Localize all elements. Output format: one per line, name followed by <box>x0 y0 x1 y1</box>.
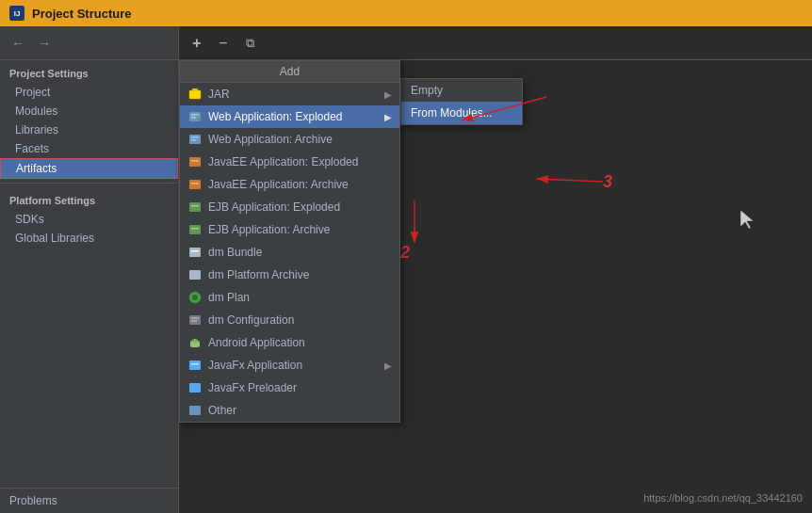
sidebar: ← → Project Settings Project Modules Lib… <box>0 26 179 513</box>
add-button[interactable]: + <box>187 33 207 54</box>
web-exploded-arrow: ▶ <box>384 112 392 122</box>
title-bar: IJ Project Structure <box>0 0 812 26</box>
sidebar-item-global-libraries[interactable]: Global Libraries <box>0 229 178 248</box>
sidebar-divider <box>0 183 178 184</box>
menu-item-jee-exploded-label: JavaEE Application: Exploded <box>208 155 358 168</box>
svg-rect-11 <box>189 157 201 167</box>
svg-rect-15 <box>189 202 201 212</box>
svg-rect-32 <box>191 363 199 365</box>
svg-rect-31 <box>189 361 201 370</box>
svg-rect-7 <box>198 118 201 120</box>
menu-item-web-archive-label: Web Application: Archive <box>208 133 333 146</box>
mouse-cursor <box>740 210 755 233</box>
svg-rect-10 <box>191 139 196 141</box>
sidebar-item-modules[interactable]: Modules <box>0 102 178 120</box>
app-icon: IJ <box>9 6 24 21</box>
svg-rect-12 <box>191 160 199 162</box>
sidebar-item-artifacts[interactable]: Artifacts <box>0 158 178 179</box>
svg-rect-18 <box>191 228 199 230</box>
annotation-3: 3 <box>603 172 612 192</box>
add-dropdown-menu: Add JAR ▶ Web Application: Exploded ▶ <box>179 60 400 423</box>
svg-marker-39 <box>740 210 754 229</box>
menu-item-javafx-preloader-label: JavaFx Preloader <box>208 381 297 394</box>
menu-item-javafx-preloader[interactable]: JavaFx Preloader <box>180 377 399 399</box>
sidebar-toolbar: ← → <box>0 26 178 60</box>
menu-item-ejb-archive-label: EJB Application: Archive <box>208 223 330 236</box>
menu-item-ejb-exploded[interactable]: EJB Application: Exploded <box>180 196 399 218</box>
menu-item-javafx[interactable]: JavaFx Application ▶ <box>180 354 399 377</box>
menu-item-jee-exploded[interactable]: JavaEE Application: Exploded <box>180 151 399 173</box>
android-icon <box>187 335 203 350</box>
menu-item-dm-bundle[interactable]: dm Bundle <box>180 241 399 264</box>
content-toolbar: + − ⧉ <box>179 26 812 60</box>
svg-rect-6 <box>191 117 196 119</box>
svg-rect-19 <box>189 248 201 257</box>
annotation-2: 2 <box>400 243 410 263</box>
project-settings-label: Project Settings <box>0 60 178 83</box>
svg-rect-14 <box>191 183 199 184</box>
menu-item-web-exploded[interactable]: Web Application: Exploded ▶ <box>180 105 399 128</box>
submenu-item-empty[interactable]: Empty <box>401 79 522 102</box>
menu-item-ejb-archive[interactable]: EJB Application: Archive <box>180 218 399 241</box>
jar-arrow: ▶ <box>384 89 392 100</box>
svg-rect-9 <box>191 136 199 138</box>
menu-item-web-exploded-label: Web Application: Exploded <box>208 110 343 123</box>
menu-item-jee-archive[interactable]: JavaEE Application: Archive <box>180 173 399 196</box>
content-area: + − ⧉ Add JAR ▶ Web Application: Explode… <box>179 26 812 513</box>
menu-item-dm-bundle-label: dm Bundle <box>208 246 262 259</box>
dm-plan-icon <box>187 290 203 305</box>
forward-button[interactable]: → <box>34 34 55 53</box>
menu-item-dm-platform-label: dm Platform Archive <box>208 268 309 281</box>
back-button[interactable]: ← <box>8 34 28 53</box>
url-text: https://blog.csdn.net/qq_33442160 <box>643 492 803 504</box>
platform-settings-label: Platform Settings <box>0 187 178 210</box>
menu-item-dm-plan-label: dm Plan <box>208 291 250 304</box>
svg-rect-13 <box>189 180 201 189</box>
svg-rect-2 <box>189 90 201 99</box>
javafx-preloader-icon <box>187 380 203 395</box>
sidebar-item-sdks[interactable]: SDKs <box>0 210 178 229</box>
menu-item-jar[interactable]: JAR ▶ <box>180 83 399 105</box>
svg-rect-16 <box>191 205 199 207</box>
window-title: Project Structure <box>32 7 131 21</box>
menu-title: Add <box>180 61 399 83</box>
svg-line-38 <box>537 179 603 182</box>
remove-button[interactable]: − <box>213 33 234 54</box>
menu-item-android-label: Android Application <box>208 336 305 349</box>
web-archive-icon <box>187 132 203 147</box>
menu-item-android[interactable]: Android Application <box>180 331 399 354</box>
svg-point-30 <box>196 338 198 340</box>
sidebar-item-problems[interactable]: Problems <box>0 488 178 513</box>
jee-archive-icon <box>187 177 203 192</box>
svg-rect-20 <box>191 250 199 252</box>
copy-button[interactable]: ⧉ <box>239 33 260 54</box>
menu-item-jee-archive-label: JavaEE Application: Archive <box>208 178 349 191</box>
svg-rect-5 <box>191 114 199 116</box>
menu-item-web-archive[interactable]: Web Application: Archive <box>180 128 399 151</box>
menu-item-javafx-label: JavaFx Application <box>208 359 302 372</box>
svg-rect-24 <box>189 315 201 325</box>
sidebar-item-project[interactable]: Project <box>0 83 178 102</box>
submenu: Empty From Modules... <box>400 78 523 125</box>
javafx-arrow: ▶ <box>384 361 392 371</box>
svg-rect-21 <box>189 270 201 280</box>
sidebar-item-libraries[interactable]: Libraries <box>0 120 178 139</box>
dm-platform-icon <box>187 267 203 282</box>
menu-item-jar-label: JAR <box>208 88 230 101</box>
sidebar-item-facets[interactable]: Facets <box>0 139 178 158</box>
submenu-item-from-modules[interactable]: From Modules... <box>401 102 522 124</box>
main-layout: ← → Project Settings Project Modules Lib… <box>0 26 812 513</box>
menu-item-dm-platform[interactable]: dm Platform Archive <box>180 264 399 286</box>
menu-item-ejb-exploded-label: EJB Application: Exploded <box>208 200 340 214</box>
ejb-archive-icon <box>187 222 203 237</box>
menu-item-dm-config[interactable]: dm Configuration <box>180 309 399 331</box>
menu-item-other[interactable]: Other <box>180 399 399 422</box>
dm-config-icon <box>187 313 203 328</box>
svg-rect-34 <box>189 406 201 415</box>
menu-item-dm-config-label: dm Configuration <box>208 313 294 327</box>
ejb-exploded-icon <box>187 200 203 215</box>
svg-text:IJ: IJ <box>14 9 21 18</box>
svg-rect-33 <box>189 383 201 393</box>
svg-point-23 <box>192 295 198 300</box>
menu-item-dm-plan[interactable]: dm Plan <box>180 286 399 309</box>
